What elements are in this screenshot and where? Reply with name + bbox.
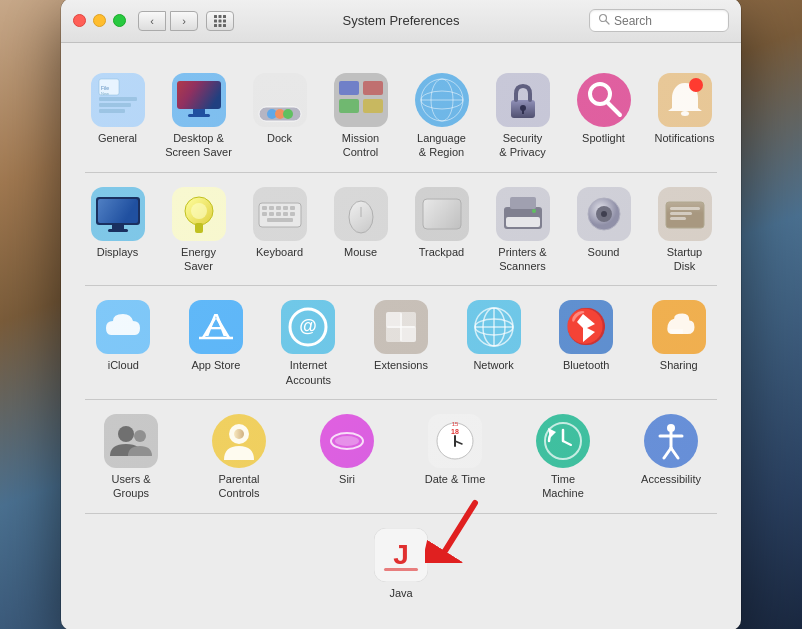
pref-item-printers[interactable]: Printers &Scanners bbox=[482, 181, 563, 280]
users-icon bbox=[104, 414, 158, 468]
pref-item-security[interactable]: Security& Privacy bbox=[482, 67, 563, 166]
trackpad-label: Trackpad bbox=[419, 245, 464, 259]
svg-rect-98 bbox=[386, 312, 402, 328]
pref-item-notifications[interactable]: Notifications bbox=[644, 67, 725, 166]
svg-text:15: 15 bbox=[452, 421, 459, 427]
close-button[interactable] bbox=[73, 14, 86, 27]
energy-icon bbox=[172, 187, 226, 241]
pref-item-trackpad[interactable]: Trackpad bbox=[401, 181, 482, 280]
mission-label: MissionControl bbox=[342, 131, 379, 160]
minimize-button[interactable] bbox=[93, 14, 106, 27]
svg-rect-64 bbox=[269, 212, 274, 216]
svg-rect-1 bbox=[219, 15, 222, 18]
search-input[interactable] bbox=[614, 14, 720, 28]
svg-rect-15 bbox=[99, 109, 125, 113]
pref-item-siri[interactable]: Siri bbox=[293, 408, 401, 507]
maximize-button[interactable] bbox=[113, 14, 126, 27]
pref-item-parental[interactable]: ParentalControls bbox=[185, 408, 293, 507]
pref-item-network[interactable]: Network bbox=[447, 294, 540, 393]
extensions-label: Extensions bbox=[374, 358, 428, 372]
forward-button[interactable]: › bbox=[170, 11, 198, 31]
pref-item-dock[interactable]: Dock bbox=[239, 67, 320, 166]
svg-rect-54 bbox=[195, 223, 203, 233]
pref-item-icloud[interactable]: iCloud bbox=[77, 294, 170, 393]
svg-rect-68 bbox=[267, 218, 293, 222]
pref-item-displays[interactable]: Displays bbox=[77, 181, 158, 280]
svg-rect-6 bbox=[214, 24, 217, 27]
pref-item-keyboard[interactable]: Keyboard bbox=[239, 181, 320, 280]
svg-rect-5 bbox=[223, 19, 226, 22]
siri-icon bbox=[320, 414, 374, 468]
pref-item-users[interactable]: Users &Groups bbox=[77, 408, 185, 507]
pref-item-sharing[interactable]: Sharing bbox=[632, 294, 725, 393]
search-box[interactable] bbox=[589, 9, 729, 32]
traffic-lights bbox=[73, 14, 126, 27]
svg-rect-87 bbox=[670, 217, 686, 220]
pref-item-java[interactable]: JJava bbox=[77, 522, 725, 606]
grid-view-button[interactable] bbox=[206, 11, 234, 31]
pref-item-mission[interactable]: MissionControl bbox=[320, 67, 401, 166]
pref-item-bluetooth[interactable]: 🔴Bluetooth bbox=[540, 294, 633, 393]
svg-rect-31 bbox=[363, 99, 383, 113]
svg-rect-67 bbox=[290, 212, 295, 216]
pref-item-extensions[interactable]: Extensions bbox=[355, 294, 448, 393]
svg-rect-19 bbox=[177, 81, 221, 109]
svg-point-113 bbox=[134, 430, 146, 442]
pref-item-appstore[interactable]: AApp Store bbox=[170, 294, 263, 393]
network-label: Network bbox=[473, 358, 513, 372]
pref-item-internet[interactable]: @InternetAccounts bbox=[262, 294, 355, 393]
svg-rect-21 bbox=[188, 114, 210, 117]
appstore-icon: A bbox=[189, 300, 243, 354]
datetime-icon: 1815 bbox=[428, 414, 482, 468]
svg-text:@: @ bbox=[300, 316, 318, 336]
pref-item-accessibility[interactable]: Accessibility bbox=[617, 408, 725, 507]
sound-icon bbox=[577, 187, 631, 241]
svg-rect-76 bbox=[510, 197, 536, 209]
svg-rect-28 bbox=[339, 81, 359, 95]
pref-item-spotlight[interactable]: Spotlight bbox=[563, 67, 644, 166]
svg-rect-8 bbox=[223, 24, 226, 27]
pref-item-timemachine[interactable]: TimeMachine bbox=[509, 408, 617, 507]
security-icon bbox=[496, 73, 550, 127]
pref-item-energy[interactable]: EnergySaver bbox=[158, 181, 239, 280]
svg-rect-73 bbox=[423, 199, 461, 229]
security-label: Security& Privacy bbox=[499, 131, 545, 160]
svg-point-112 bbox=[118, 426, 134, 442]
energy-label: EnergySaver bbox=[181, 245, 216, 274]
java-label: Java bbox=[389, 586, 412, 600]
svg-rect-77 bbox=[506, 217, 540, 227]
svg-point-55 bbox=[191, 203, 207, 219]
title-bar: ‹ › System Preferences bbox=[61, 0, 741, 43]
pref-item-general[interactable]: FileNewGeneral bbox=[77, 67, 158, 166]
svg-rect-99 bbox=[400, 312, 416, 328]
pref-item-startupdisk[interactable]: StartupDisk bbox=[644, 181, 725, 280]
language-label: Language& Region bbox=[417, 131, 466, 160]
parental-label: ParentalControls bbox=[219, 472, 260, 501]
accessibility-label: Accessibility bbox=[641, 472, 701, 486]
back-button[interactable]: ‹ bbox=[138, 11, 166, 31]
svg-rect-86 bbox=[670, 212, 692, 215]
svg-rect-62 bbox=[290, 206, 295, 210]
keyboard-icon bbox=[253, 187, 307, 241]
svg-rect-100 bbox=[386, 326, 402, 342]
svg-rect-111 bbox=[104, 414, 158, 468]
bluetooth-icon: 🔴 bbox=[559, 300, 613, 354]
svg-rect-40 bbox=[522, 109, 524, 114]
pref-item-desktop[interactable]: Desktop &Screen Saver bbox=[158, 67, 239, 166]
printers-icon bbox=[496, 187, 550, 241]
pref-item-mouse[interactable]: Mouse bbox=[320, 181, 401, 280]
svg-rect-45 bbox=[681, 111, 689, 116]
keyboard-label: Keyboard bbox=[256, 245, 303, 259]
pref-item-datetime[interactable]: 1815Date & Time bbox=[401, 408, 509, 507]
system-preferences-window: ‹ › System Preferences bbox=[61, 0, 741, 629]
svg-point-78 bbox=[532, 209, 536, 213]
siri-label: Siri bbox=[339, 472, 355, 486]
pref-item-sound[interactable]: Sound bbox=[563, 181, 644, 280]
internet-label: InternetAccounts bbox=[286, 358, 331, 387]
pref-item-language[interactable]: Language& Region bbox=[401, 67, 482, 166]
sound-label: Sound bbox=[588, 245, 620, 259]
nav-buttons: ‹ › bbox=[138, 11, 198, 31]
svg-rect-51 bbox=[108, 229, 128, 232]
network-icon bbox=[467, 300, 521, 354]
svg-rect-14 bbox=[99, 103, 131, 107]
